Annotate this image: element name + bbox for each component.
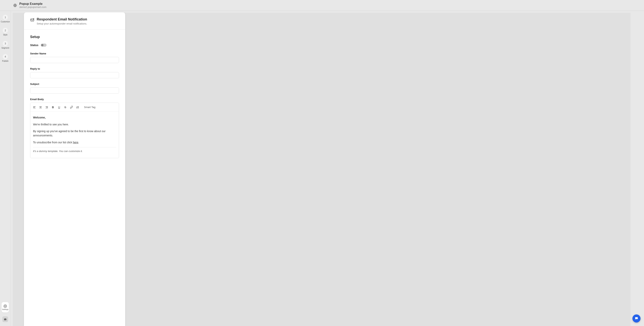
strikethrough-button[interactable]: S — [63, 105, 68, 109]
body-line-2: By signing up you've agreed to be the fi… — [33, 129, 116, 138]
step-label: Style — [3, 34, 7, 36]
bold-button[interactable]: B — [51, 105, 55, 109]
email-body-field: Email Body B U S — [30, 98, 119, 152]
panel-subtitle: Setup your autoresponder email notificat… — [37, 22, 87, 25]
subject-label: Subject — [30, 83, 119, 85]
sender-name-label: Sender Name — [30, 52, 119, 55]
subject-field: Subject — [30, 83, 119, 94]
align-left-button[interactable] — [32, 105, 36, 109]
editor-content[interactable]: Welcome, We're thrilled to see you here.… — [30, 112, 119, 152]
reply-to-input[interactable] — [30, 72, 119, 78]
step-number: 1 — [3, 15, 8, 20]
panel-header: Respondent Email Notification Setup your… — [24, 12, 125, 29]
step-label: Segment — [1, 47, 9, 49]
step-number: 4 — [3, 54, 8, 59]
reply-to-label: Reply to — [30, 67, 119, 70]
step-number: 2 — [3, 28, 8, 33]
email-body-label: Email Body — [30, 98, 119, 101]
step-label: Publish — [2, 60, 8, 62]
reply-to-field: Reply to — [30, 67, 119, 78]
mail-icon — [30, 18, 34, 22]
body-unsub: To unsubscribe from our list click here. — [33, 141, 116, 145]
link-button[interactable] — [69, 105, 74, 109]
unsub-link[interactable]: here — [73, 141, 78, 144]
body-footnote: It's a dummy template. You can customize… — [33, 149, 116, 152]
unsub-prefix: To unsubscribe from our list click — [33, 141, 73, 144]
smart-tag-button[interactable]: Smart Tag — [84, 106, 96, 109]
link-icon — [70, 106, 73, 109]
align-right-button[interactable] — [44, 105, 49, 109]
config-panel: Respondent Email Notification Setup your… — [24, 12, 125, 152]
sender-name-field: Sender Name — [30, 52, 119, 63]
step-publish[interactable]: 4 Publish — [2, 54, 8, 62]
panel-body: Setup Status Sender Name Reply to Subjec… — [24, 29, 125, 152]
status-label: Status — [30, 44, 38, 47]
step-number: 3 — [3, 41, 8, 46]
numbered-list-icon — [76, 106, 79, 109]
align-right-icon — [45, 106, 48, 109]
panel-title: Respondent Email Notification — [37, 17, 87, 21]
underline-button[interactable]: U — [57, 105, 61, 109]
step-style[interactable]: 2 Style — [3, 28, 8, 36]
toggle-knob — [41, 44, 44, 46]
body-line-1: We're thrilled to see you here. — [33, 123, 116, 127]
editor: B U S Smart Tag Welcome, We're thrilled … — [30, 103, 119, 152]
body-greeting: Welcome, — [33, 116, 116, 120]
sender-name-input[interactable] — [30, 57, 119, 63]
numbered-list-button[interactable] — [76, 105, 80, 109]
step-label: Customize — [1, 21, 10, 23]
status-row: Status — [30, 44, 119, 47]
page-subtitle: demo2.popupsmart.com — [19, 5, 46, 9]
step-segment[interactable]: 3 Segment — [1, 41, 9, 49]
top-bar: Popup Example demo2.popupsmart.com — [0, 0, 299, 11]
editor-toolbar: B U S Smart Tag — [30, 103, 119, 112]
align-center-icon — [39, 106, 42, 109]
unsub-suffix: . — [78, 141, 79, 144]
status-toggle[interactable] — [41, 44, 46, 47]
align-left-icon — [33, 106, 36, 109]
left-sidebar: 1 Customize 2 Style 3 Segment 4 Publish … — [0, 11, 11, 152]
globe-icon — [13, 3, 17, 7]
align-center-button[interactable] — [38, 105, 43, 109]
page-title: Popup Example — [19, 2, 46, 5]
subject-input[interactable] — [30, 87, 119, 94]
step-customize[interactable]: 1 Customize — [1, 15, 10, 23]
section-title: Setup — [30, 35, 119, 39]
